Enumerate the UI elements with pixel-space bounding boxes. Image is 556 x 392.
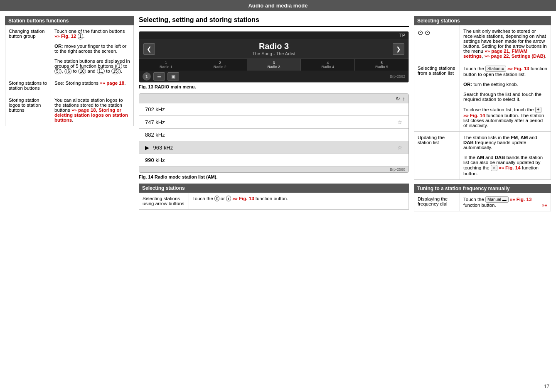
cell-right-logos: You can allocate station logos to the st… [51,94,133,126]
right-tuning-table: Displaying the frequency dial Touch the … [414,193,551,211]
more-link[interactable]: »» [542,203,547,208]
brp-code: Brp-2562 [390,74,405,78]
right-sel-header: Selecting stations [414,16,551,25]
right-row-arrows: ⊙⊙ The unit only switches to stored or r… [414,25,551,62]
radio-middle: ❮ Radio 3 The Song - The Artist ❯ [139,39,408,59]
menu-icon-btn[interactable]: ☰ [153,72,165,81]
station-btn-inline: Station ≡ [485,66,506,72]
right-tuning: Tuning to a station frequency manually D… [414,184,551,211]
logos-link[interactable]: »» page 18, Storing or deleting station … [54,108,128,122]
fig14-caption: Fig. 14 Radio mode station list (AM). [139,174,409,179]
freq-963: ▶ 963 kHz [145,145,173,151]
page-title: Audio and media mode [248,2,308,9]
right-tuning-header: Tuning to a station frequency manually [414,184,551,193]
artist-name: The Song - The Artist [252,51,295,56]
right-right-freq: Touch the Manual ▬ »» Fig. 13 function b… [460,193,551,211]
star-963: ☆ [397,144,403,151]
station-btn-1[interactable]: 1 Radio 1 [139,59,193,71]
left-section-header: Station buttons functions [5,16,134,25]
right-right-update: The station lists in the FM, AM and DAB … [460,132,551,179]
station-item-702[interactable]: 702 kHz [139,103,408,116]
display-icon-btn[interactable]: ▣ [167,72,179,81]
play-icon: ▶ [145,145,149,151]
fig14-link-r2[interactable]: »» Fig. 14 [499,165,520,170]
dab-link[interactable]: »» page 22, Settings (DAB) [484,54,545,59]
sel-stations-table: Selecting stations using arrow buttons T… [139,193,409,210]
circle-num-1: 1 [143,72,151,81]
radio-ui-fig13: TP ❮ Radio 3 The Song - The Artist ❯ 1 R… [139,31,409,83]
sel-row: Selecting stations using arrow buttons T… [139,193,408,209]
fig13-link-tuning[interactable]: »» Fig. 13 [510,197,531,202]
station-btn-4[interactable]: 4 Radio 4 [301,59,355,71]
close-btn-inline: ± [535,107,542,113]
fig13-label: Fig. 13 [139,84,153,89]
station-item-963[interactable]: ▶ 963 kHz ☆ [139,141,408,154]
cell-right-changing: Touch one of the function buttons »» Fig… [51,25,133,77]
right-row-update: Updating the station list The station li… [414,132,551,179]
station-name: Radio 3 [252,42,295,51]
page-number: 17 [544,384,549,390]
right-left-update: Updating the station list [414,132,460,179]
fig13-caption: Fig. 13 RADIO main menu. [139,84,409,89]
station-item-990[interactable]: 990 kHz [139,154,408,167]
page-footer: 17 [0,381,556,392]
fig14-link-r[interactable]: »» Fig. 14 [463,113,485,118]
cell-right-storing: See: Storing stations »» page 18. [51,77,133,94]
table-row: Changing sta­tion button group Touch one… [5,25,133,77]
storing-link[interactable]: »» page 18 [100,81,124,86]
station-item-747[interactable]: 747 kHz ☆ [139,116,408,129]
station-btn-2[interactable]: 2 Radio 2 [193,59,247,71]
station-list-ui: ↻ ↑ 702 kHz 747 kHz ☆ 882 kHz ▶ 963 kHz … [139,93,409,173]
cell-left-logos: Storing station logos to station buttons [5,94,51,126]
star-747: ☆ [397,119,403,125]
freq-882: 882 kHz [145,132,165,138]
station-list-top-bar: ↻ ↑ [139,94,408,103]
right-right-arrows: The unit only switches to stored or rece… [460,25,551,62]
station-btn-3[interactable]: 3 Radio 3 [247,59,301,71]
radio-top-bar: TP [139,32,408,39]
prev-arrow-button[interactable]: ❮ [143,43,155,55]
radio-bottom-bar: 1 ☰ ▣ Brp-2562 [139,71,408,82]
right-sel-table: ⊙⊙ The unit only switches to stored or r… [414,25,551,180]
sel-fig13-link[interactable]: »» Fig. 13 [232,196,254,201]
table-row: Storing stations to station buttons See:… [5,77,133,94]
right-right-list: Touch the Station ≡ »» Fig. 13 function … [460,62,551,131]
cell-left-changing: Changing sta­tion button group [5,25,51,77]
right-row-list: Selecting stations from a station list T… [414,62,551,132]
close-icon[interactable]: ↑ [403,96,406,102]
right-left-icons: ⊙⊙ [414,25,460,62]
refresh-icon[interactable]: ↻ [396,96,400,102]
page-header: Audio and media mode [0,0,556,11]
right-selecting-stations: Selecting stations ⊙⊙ The unit only swit… [414,16,551,180]
brp-code2: Brp-2560 [139,167,408,172]
update-btn-inline: ○ [491,165,497,171]
bottom-bar-left: 1 ☰ ▣ [143,72,179,81]
station-info: Radio 3 The Song - The Artist [252,42,295,56]
left-column: Station buttons functions Changing sta­t… [5,16,134,376]
right-column: Selecting stations ⊙⊙ The unit only swit… [414,16,551,376]
station-buttons-row: 1 Radio 1 2 Radio 2 3 Radio 3 4 Radio 4 … [139,59,408,71]
sel-stations-header: Selecting stations [139,184,409,193]
freq-702: 702 kHz [145,106,165,113]
right-left-freq: Displaying the frequency dial [414,193,460,211]
sel-right-arrow: Touch the ℓ or r »» Fig. 13 function but… [189,193,408,209]
next-arrow-button[interactable]: ❯ [393,43,404,55]
middle-title: Selecting, setting and storing stations [139,16,409,27]
station-item-882[interactable]: 882 kHz [139,129,408,141]
freq-990: 990 kHz [145,157,165,163]
station-buttons-table: Changing sta­tion button group Touch one… [5,25,134,126]
fig14-label: Fig. 14 [139,174,153,179]
main-content: Station buttons functions Changing sta­t… [0,11,556,381]
manual-btn-inline: Manual ▬ [485,196,509,203]
freq-747: 747 kHz [145,119,165,125]
tp-label: TP [399,33,405,38]
sel-left-arrow: Selecting stations using arrow buttons [139,193,189,209]
right-row-freq: Displaying the frequency dial Touch the … [414,193,551,211]
table-row: Storing station logos to station buttons… [5,94,133,126]
fig12-link[interactable]: »» Fig. 12 [54,34,76,39]
station-btn-5[interactable]: 5 Radio 5 [355,59,408,71]
fig13-link-r[interactable]: »» Fig. 13 [507,66,529,71]
cell-left-storing: Storing stations to station buttons [5,77,51,94]
middle-column: Selecting, setting and storing stations … [139,16,409,376]
right-left-list: Selecting stations from a station list [414,62,460,131]
